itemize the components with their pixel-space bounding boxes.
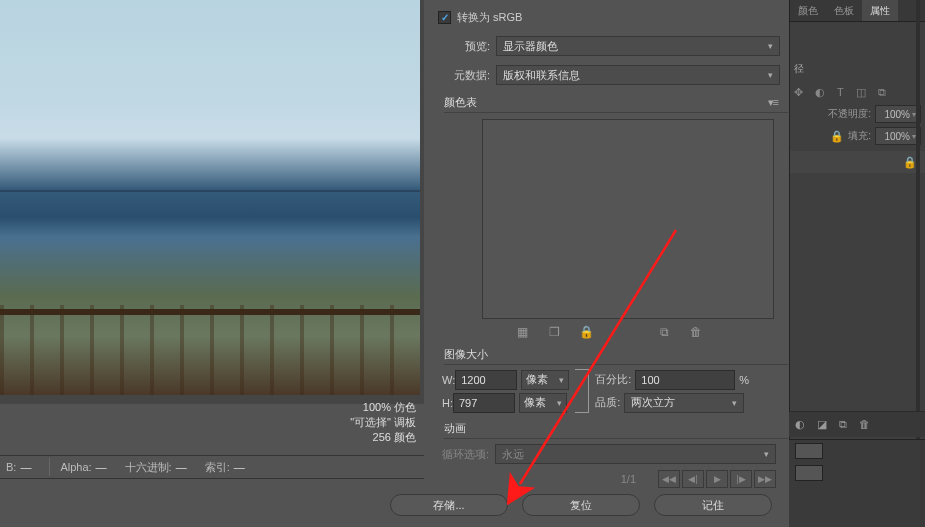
- fill-input[interactable]: 100%▾: [875, 127, 921, 145]
- image-preview-pane: 100% 仿色 "可选择" 调板 256 颜色: [0, 0, 424, 404]
- mini-layers-panel: [789, 439, 925, 527]
- b-label: B:: [6, 461, 16, 473]
- metadata-select-value: 版权和联系信息: [503, 68, 580, 83]
- fx-icon[interactable]: ◐: [795, 418, 805, 431]
- b-value: —: [20, 461, 31, 473]
- percent-label: 百分比:: [595, 372, 631, 387]
- reset-button[interactable]: 复位: [522, 494, 640, 516]
- percent-input[interactable]: 100: [635, 370, 735, 390]
- mask-icon[interactable]: ◪: [817, 418, 827, 431]
- copy-icon[interactable]: ⧉: [878, 86, 886, 99]
- color-table: [482, 119, 774, 319]
- crop-icon[interactable]: ◫: [856, 86, 866, 99]
- save-button[interactable]: 存储...: [390, 494, 508, 516]
- chevron-down-icon: ▾: [768, 41, 773, 51]
- preview-select-value: 显示器颜色: [503, 39, 558, 54]
- loop-label: 循环选项:: [442, 447, 489, 462]
- convert-srgb-label: 转换为 sRGB: [457, 10, 522, 25]
- preview-label: 预览:: [438, 39, 490, 54]
- first-frame-button[interactable]: ◀◀: [658, 470, 680, 488]
- tab-color[interactable]: 颜色: [790, 0, 826, 21]
- quality-label: 品质:: [595, 395, 620, 410]
- colors-info: 256 颜色: [373, 430, 416, 445]
- alpha-value: —: [96, 461, 107, 473]
- lock-small-icon[interactable]: 🔒: [830, 130, 844, 143]
- link-dimensions-icon[interactable]: [575, 369, 589, 413]
- layer-thumb[interactable]: [795, 443, 823, 459]
- frame-counter: 1/1: [621, 473, 636, 485]
- index-label: 索引:: [205, 461, 230, 473]
- dither-info: 100% 仿色: [363, 400, 416, 415]
- alpha-label: Alpha:: [60, 461, 91, 473]
- swatches-icon[interactable]: ▦: [515, 325, 529, 339]
- metadata-label: 元数据:: [438, 68, 490, 83]
- metadata-select[interactable]: 版权和联系信息 ▾: [496, 65, 780, 85]
- index-value: —: [234, 461, 245, 473]
- hex-value: —: [176, 461, 187, 473]
- type-icon[interactable]: T: [837, 86, 844, 99]
- panel-menu-icon[interactable]: ▾≡: [768, 96, 778, 109]
- new-group-icon[interactable]: ⧉: [839, 418, 847, 431]
- last-frame-button[interactable]: ▶▶: [754, 470, 776, 488]
- width-label: W:: [442, 374, 455, 386]
- path-hint: 径: [794, 63, 804, 74]
- preview-image: [0, 0, 420, 395]
- palette-info: "可选择" 调板: [350, 415, 416, 430]
- height-input[interactable]: 797: [453, 393, 515, 413]
- color-status-bar: B:— Alpha:— 十六进制:— 索引:—: [0, 455, 424, 479]
- layer-lock-icon[interactable]: 🔒: [903, 156, 917, 169]
- tab-swatches[interactable]: 色板: [826, 0, 862, 21]
- export-options-pane: ✓ 转换为 sRGB 预览: 显示器颜色 ▾ 元数据: 版权和联系信息 ▾ 颜色…: [430, 0, 788, 490]
- hex-label: 十六进制:: [125, 461, 172, 473]
- loop-select: 永远▾: [495, 444, 776, 464]
- trash-icon[interactable]: 🗑: [689, 325, 703, 339]
- layer-thumb[interactable]: [795, 465, 823, 481]
- play-button[interactable]: ▶: [706, 470, 728, 488]
- color-table-title: 颜色表: [444, 95, 477, 110]
- move-tool-icon[interactable]: ✥: [794, 86, 803, 99]
- fill-label: 填充:: [848, 129, 871, 143]
- new-swatch-icon[interactable]: ⧉: [657, 325, 671, 339]
- width-unit-select[interactable]: 像素▾: [521, 370, 569, 390]
- height-label: H:: [442, 397, 453, 409]
- cube-icon[interactable]: ❒: [547, 325, 561, 339]
- chevron-down-icon: ▾: [768, 70, 773, 80]
- percent-sign: %: [739, 374, 749, 386]
- next-frame-button[interactable]: |▶: [730, 470, 752, 488]
- width-input[interactable]: 1200: [455, 370, 517, 390]
- trash-layer-icon[interactable]: 🗑: [859, 418, 870, 431]
- remember-button[interactable]: 记住: [654, 494, 772, 516]
- convert-srgb-checkbox[interactable]: ✓: [438, 11, 451, 24]
- prev-frame-button[interactable]: ◀|: [682, 470, 704, 488]
- opacity-label: 不透明度:: [828, 107, 871, 121]
- preview-select[interactable]: 显示器颜色 ▾: [496, 36, 780, 56]
- opacity-input[interactable]: 100%▾: [875, 105, 921, 123]
- tab-properties[interactable]: 属性: [862, 0, 898, 21]
- animation-title: 动画: [444, 421, 466, 436]
- image-size-title: 图像大小: [444, 347, 488, 362]
- height-unit-select[interactable]: 像素▾: [519, 393, 567, 413]
- blend-icon[interactable]: ◐: [815, 86, 825, 99]
- quality-select[interactable]: 两次立方▾: [624, 393, 744, 413]
- lock-icon[interactable]: 🔒: [579, 325, 593, 339]
